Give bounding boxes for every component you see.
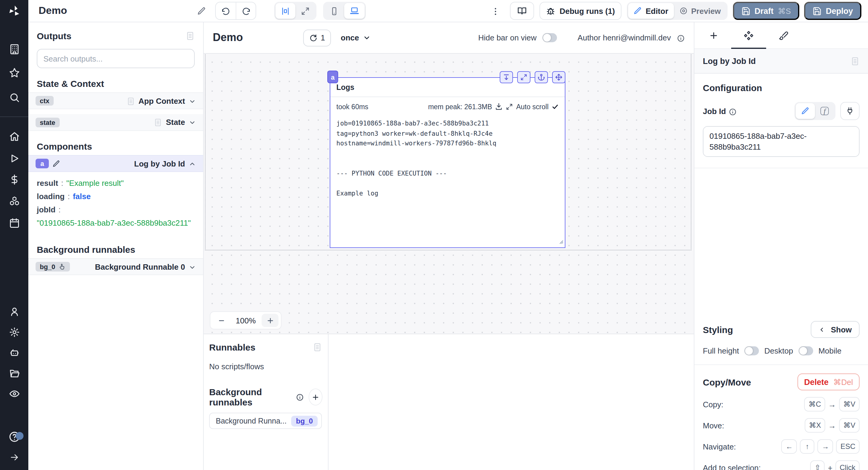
- debug-runs-label: Debug runs (1): [560, 6, 615, 16]
- centered-layout-button[interactable]: [276, 3, 296, 19]
- add-bg-runnable-button[interactable]: [309, 389, 322, 405]
- refresh-count: 1: [321, 33, 325, 42]
- search-outputs-input[interactable]: [43, 54, 188, 63]
- delete-component-button[interactable]: Delete ⌘Del: [798, 374, 860, 390]
- runnable-detail-empty: [329, 334, 694, 470]
- windmill-logo-icon[interactable]: [7, 4, 21, 18]
- home-icon[interactable]: [9, 130, 20, 142]
- jobid-value[interactable]: "01910865-188a-bab7-a3ec-588b9ba3c211": [37, 216, 195, 230]
- component-settings-tab[interactable]: [731, 22, 766, 48]
- mobile-label: Mobile: [818, 346, 841, 355]
- settings-icon[interactable]: [9, 326, 20, 337]
- copy-key: ⌘C: [804, 397, 825, 411]
- ctx-chevron-down-icon[interactable]: [189, 95, 196, 106]
- folders-icon[interactable]: [9, 367, 20, 379]
- jobid-info-icon[interactable]: [729, 107, 737, 116]
- collapse-sidebar-icon[interactable]: [9, 451, 19, 462]
- audit-logs-icon[interactable]: [9, 388, 20, 399]
- ctx-label: App Context: [138, 96, 185, 105]
- insert-component-tab[interactable]: [696, 22, 731, 48]
- shift-key: ⇧: [810, 460, 825, 470]
- hide-bar-toggle[interactable]: [542, 33, 557, 42]
- static-input-mode-icon[interactable]: [796, 103, 815, 119]
- desktop-view-button[interactable]: [344, 3, 365, 19]
- active-tab-underline: [731, 47, 766, 49]
- redo-button[interactable]: [236, 2, 255, 19]
- logs-component-id-badge[interactable]: a: [327, 70, 338, 83]
- resize-handle-icon[interactable]: [557, 235, 564, 246]
- bg-runnables-heading: Background runnables: [209, 387, 290, 407]
- dock-bottom-icon[interactable]: [500, 71, 513, 83]
- loading-row[interactable]: loading:false: [37, 190, 195, 203]
- full-width-button[interactable]: [296, 3, 315, 19]
- desktop-toggle[interactable]: [798, 346, 813, 355]
- mobile-view-button[interactable]: [324, 3, 344, 19]
- preview-tab[interactable]: Preview: [674, 3, 726, 19]
- debug-runs-button[interactable]: Debug runs (1): [540, 2, 621, 20]
- connect-input-icon[interactable]: [840, 102, 860, 120]
- users-icon[interactable]: [9, 305, 20, 317]
- full-height-toggle[interactable]: [744, 346, 759, 355]
- resources-icon[interactable]: [9, 195, 20, 207]
- component-rename-icon[interactable]: [53, 158, 60, 169]
- move-component-icon[interactable]: [552, 71, 565, 83]
- canvas-area: Demo 1 once Hide bar on view Author henr…: [204, 22, 694, 470]
- logs-component[interactable]: a Logs took 60ms mem peak: 261.3MB: [330, 77, 565, 248]
- runs-icon[interactable]: [9, 152, 20, 164]
- schedules-icon[interactable]: [9, 217, 20, 228]
- desktop-label: Desktop: [764, 346, 793, 355]
- expand-component-icon[interactable]: [517, 71, 530, 83]
- zoom-control: 100%: [210, 312, 281, 329]
- move-shortcut-row: Move: ⌘X→⌘V: [703, 418, 860, 433]
- component-doc-icon[interactable]: [850, 56, 860, 66]
- result-row[interactable]: result:"Example result": [37, 177, 195, 190]
- jobid-input[interactable]: 01910865-188a-bab7-a3ec-588b9ba3c211: [703, 126, 860, 157]
- more-menu-icon[interactable]: [491, 5, 501, 16]
- outputs-doc-icon[interactable]: [186, 30, 195, 41]
- workers-icon[interactable]: [9, 347, 20, 358]
- background-runnables-heading: Background runnables: [37, 244, 195, 255]
- refresh-button[interactable]: 1: [303, 29, 331, 46]
- docs-button[interactable]: [510, 2, 534, 20]
- undo-button[interactable]: [216, 2, 236, 19]
- draft-shortcut: ⌘S: [778, 6, 791, 16]
- zoom-in-button[interactable]: [262, 314, 279, 327]
- components-heading: Components: [37, 141, 195, 151]
- bg-runnables-info-icon[interactable]: [296, 391, 304, 403]
- show-styling-button[interactable]: Show: [811, 321, 860, 338]
- autoscroll-check-icon[interactable]: [552, 103, 559, 111]
- edit-title-icon[interactable]: [197, 5, 206, 16]
- expand-logs-icon[interactable]: [506, 103, 513, 111]
- jobid-row[interactable]: jobId:: [37, 203, 195, 216]
- draft-button[interactable]: Draft ⌘S: [733, 2, 799, 20]
- author-info-icon[interactable]: [677, 33, 685, 42]
- zoom-out-button[interactable]: [213, 314, 230, 327]
- component-a-row[interactable]: a Log by Job Id: [28, 155, 203, 172]
- favorites-icon[interactable]: [9, 67, 20, 78]
- editor-tab[interactable]: Editor: [628, 3, 674, 19]
- global-styling-tab[interactable]: [766, 22, 801, 48]
- esc-key: ESC: [836, 439, 860, 454]
- author-label: Author henri@windmill.dev: [578, 33, 671, 42]
- anchor-component-icon[interactable]: [535, 71, 548, 83]
- eval-input-mode-icon[interactable]: f: [815, 103, 834, 119]
- up-key: ↑: [800, 439, 815, 454]
- deploy-button[interactable]: Deploy: [804, 2, 861, 20]
- runnables-doc-icon[interactable]: [313, 342, 322, 352]
- schedule-dropdown[interactable]: once: [341, 33, 371, 42]
- bg-runnable-row[interactable]: bg_0 Background Runnable 0: [28, 258, 203, 275]
- zoom-level: 100%: [231, 316, 261, 325]
- bg-runnable-list-item[interactable]: Background Runna... bg_0: [209, 413, 322, 429]
- search-icon[interactable]: [9, 91, 20, 103]
- bg-runnable-chevron-down-icon[interactable]: [189, 261, 196, 272]
- component-a-label: Log by Job Id: [134, 159, 185, 168]
- variables-icon[interactable]: [9, 173, 20, 185]
- component-a-chevron-up-icon[interactable]: [189, 158, 196, 169]
- ctx-output-row[interactable]: ctx App Context: [28, 92, 203, 109]
- app-preview-header: Demo 1 once Hide bar on view Author henr…: [204, 22, 694, 54]
- state-output-row[interactable]: state State: [28, 114, 203, 131]
- download-logs-icon[interactable]: [495, 102, 503, 111]
- app-canvas[interactable]: a Logs took 60ms mem peak: 261.3MB: [204, 54, 694, 334]
- state-chevron-down-icon[interactable]: [189, 117, 196, 127]
- workspace-icon[interactable]: [9, 43, 20, 55]
